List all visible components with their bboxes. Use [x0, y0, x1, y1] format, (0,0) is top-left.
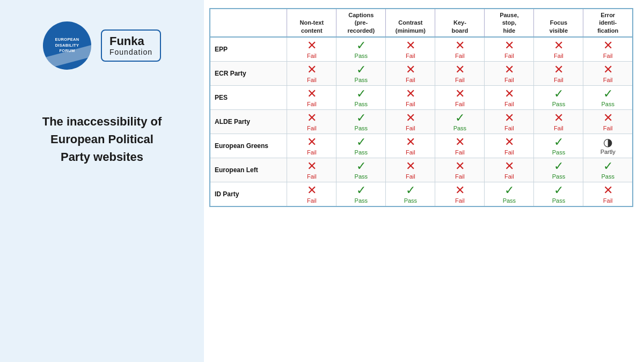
result-container: ✕ Fail [437, 40, 482, 59]
result-cell: ✕ Fail [386, 134, 435, 158]
result-label: Pass [552, 149, 565, 156]
result-container: ✓ Pass [437, 112, 482, 131]
fail-icon: ✕ [455, 160, 465, 172]
result-container: ✕ Fail [289, 160, 334, 180]
result-label: Fail [455, 149, 465, 156]
result-label: Fail [455, 101, 465, 107]
result-container: ✓ Pass [338, 112, 384, 131]
result-label: Fail [406, 149, 415, 156]
result-cell: ✕ Fail [386, 85, 435, 109]
header-focus: Focusvisible [534, 9, 583, 37]
result-label: Fail [504, 125, 514, 131]
result-container: ✕ Fail [486, 112, 532, 131]
result-cell: ✕ Fail [435, 37, 485, 62]
result-container: ✕ Fail [289, 136, 334, 156]
result-cell: ✕ Fail [287, 109, 336, 134]
result-label: Fail [307, 53, 317, 59]
result-container: ✕ Fail [486, 64, 532, 83]
header-party [210, 9, 287, 37]
pass-icon: ✓ [356, 64, 366, 76]
header-captions: Captions(pre-recorded) [336, 9, 386, 37]
fail-icon: ✕ [307, 136, 317, 148]
fail-icon: ✕ [504, 64, 514, 76]
pass-icon: ✓ [356, 88, 366, 100]
result-label: Fail [603, 197, 613, 204]
result-cell: ✕ Fail [485, 61, 534, 85]
result-container: ✕ Fail [387, 112, 433, 131]
result-container: ✓ Pass [338, 40, 384, 59]
result-cell: ✕ Fail [485, 37, 534, 62]
result-label: Pass [503, 197, 516, 204]
result-cell: ✓ Pass [583, 158, 633, 182]
result-cell: ✓ Pass [336, 182, 386, 206]
main-title: The inaccessibility of European Politica… [42, 113, 162, 166]
result-container: ✕ Fail [486, 40, 532, 59]
result-cell: ✕ Fail [435, 134, 485, 158]
result-cell: ✕ Fail [386, 158, 435, 182]
result-label: Fail [554, 53, 564, 59]
result-label: Fail [307, 77, 317, 83]
result-container: ✕ Fail [486, 136, 532, 156]
result-cell: ✕ Fail [534, 61, 583, 85]
result-container: ✕ Fail [437, 88, 482, 107]
result-label: Fail [504, 53, 514, 59]
result-label: Pass [601, 101, 614, 107]
fail-icon: ✕ [603, 40, 613, 51]
result-cell: ◑ Partly [583, 134, 633, 158]
pass-icon: ✓ [406, 184, 415, 196]
table-row: EPP ✕ Fail ✓ Pass ✕ Fail ✕ Fail ✕ Fail ✕… [210, 37, 633, 62]
result-cell: ✕ Fail [534, 37, 583, 62]
result-container: ✓ Pass [536, 160, 581, 180]
party-name-cell: ALDE Party [210, 109, 287, 134]
result-label: Fail [406, 173, 415, 180]
table-row: European Left ✕ Fail ✓ Pass ✕ Fail ✕ Fai… [210, 158, 633, 182]
party-name-cell: PES [210, 85, 287, 109]
result-container: ✓ Pass [536, 136, 581, 156]
pass-icon: ✓ [603, 160, 613, 172]
fail-icon: ✕ [504, 88, 514, 100]
fail-icon: ✕ [307, 112, 317, 124]
fail-icon: ✕ [504, 112, 514, 124]
result-cell: ✓ Pass [336, 109, 386, 134]
fail-icon: ✕ [406, 40, 415, 51]
table-row: ALDE Party ✕ Fail ✓ Pass ✕ Fail ✓ Pass ✕… [210, 109, 633, 134]
result-cell: ✕ Fail [435, 182, 485, 206]
result-cell: ✕ Fail [485, 85, 534, 109]
result-label: Fail [554, 77, 564, 83]
fail-icon: ✕ [307, 160, 317, 172]
party-name-cell: ID Party [210, 182, 287, 206]
result-label: Pass [355, 197, 368, 204]
result-cell: ✓ Pass [386, 182, 435, 206]
party-name-cell: EPP [210, 37, 287, 62]
fail-icon: ✕ [455, 64, 465, 76]
result-container: ✕ Fail [536, 112, 581, 131]
party-name-cell: ECR Party [210, 61, 287, 85]
header-non-text: Non-textcontent [287, 9, 336, 37]
result-cell: ✕ Fail [583, 109, 633, 134]
result-container: ✕ Fail [536, 64, 581, 83]
partly-icon: ◑ [603, 137, 612, 147]
fail-icon: ✕ [554, 40, 564, 51]
result-label: Pass [355, 149, 368, 156]
fail-icon: ✕ [406, 88, 415, 100]
fail-icon: ✕ [307, 184, 317, 196]
result-label: Pass [355, 77, 368, 83]
result-cell: ✓ Pass [435, 109, 485, 134]
result-label: Pass [355, 53, 368, 59]
result-cell: ✕ Fail [287, 85, 336, 109]
result-container: ✕ Fail [387, 40, 433, 59]
table-row: ECR Party ✕ Fail ✓ Pass ✕ Fail ✕ Fail ✕ … [210, 61, 633, 85]
result-label: Pass [355, 125, 368, 131]
result-cell: ✕ Fail [485, 134, 534, 158]
result-label: Pass [552, 197, 565, 204]
result-container: ✕ Fail [387, 136, 433, 156]
result-label: Fail [455, 77, 465, 83]
fail-icon: ✕ [504, 136, 514, 148]
left-panel: EUROPEAN DISABILITY FORUM Funka Foundati… [0, 0, 204, 362]
result-container: ✕ Fail [486, 88, 532, 107]
result-cell: ✕ Fail [534, 109, 583, 134]
result-container: ✕ Fail [289, 88, 334, 107]
edf-logo-text: EUROPEAN DISABILITY FORUM [51, 37, 84, 54]
result-container: ✕ Fail [289, 40, 334, 59]
fail-icon: ✕ [307, 40, 317, 51]
